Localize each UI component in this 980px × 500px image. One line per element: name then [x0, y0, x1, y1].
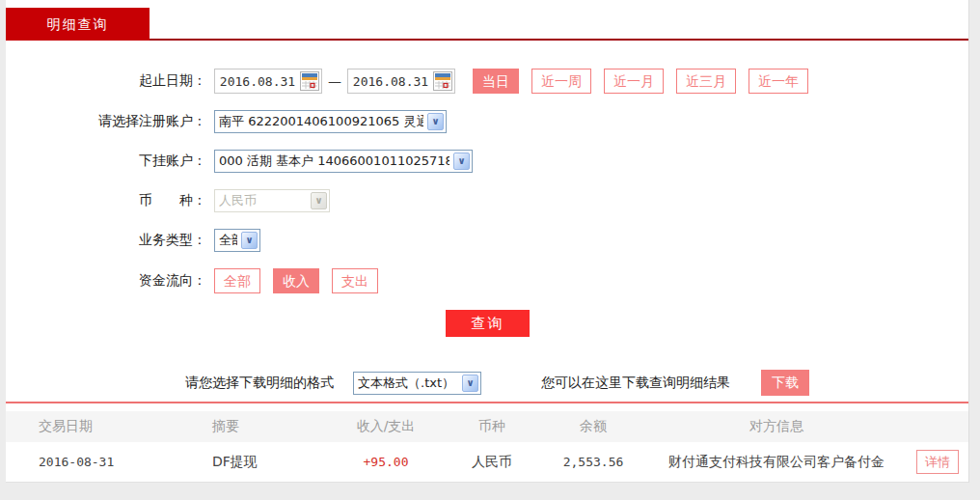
sub-account-row: 下挂账户： 000 活期 基本户 1406600101102571848 ∨: [6, 150, 968, 173]
content-panel: 明细查询 起止日期： 2016.08.31 —: [6, 0, 969, 483]
sub-account-label: 下挂账户：: [6, 153, 206, 170]
range-quarter-button[interactable]: 近三月: [676, 69, 736, 94]
tab-detail-query[interactable]: 明细查询: [6, 8, 150, 41]
query-button-row: 查询: [6, 310, 968, 337]
currency-select: 人民币 ∨: [214, 189, 330, 212]
download-format-label: 请您选择下载明细的格式: [185, 375, 334, 392]
currency-row: 币 种： 人民币 ∨: [6, 189, 968, 212]
sub-account-select[interactable]: 000 活期 基本户 1406600101102571848 ∨: [214, 150, 473, 173]
date-range-label: 起止日期：: [6, 72, 206, 90]
query-form: 起止日期： 2016.08.31 — 2016.08.31: [6, 41, 968, 396]
start-date-value[interactable]: 2016.08.31: [215, 74, 300, 89]
download-format-value: 文本格式（.txt）: [358, 375, 458, 392]
header-balance: 余额: [540, 418, 646, 435]
register-account-select[interactable]: 南平 6222001406100921065 灵通卡 ∨: [214, 110, 447, 133]
table-top-divider: [6, 402, 968, 403]
sub-account-value: 000 活期 基本户 1406600101102571848: [219, 153, 449, 170]
fund-flow-expense-button[interactable]: 支出: [332, 268, 378, 293]
dropdown-arrow-icon: ∨: [462, 375, 478, 392]
query-button[interactable]: 查询: [446, 310, 530, 337]
header-summary: 摘要: [185, 418, 328, 435]
start-date-input[interactable]: 2016.08.31: [214, 69, 322, 94]
business-type-value: 全部: [219, 232, 237, 249]
cell-action: 详情: [907, 454, 968, 471]
fund-flow-income-button[interactable]: 收入: [273, 268, 319, 293]
header-currency: 币种: [444, 418, 540, 435]
dropdown-arrow-icon: ∨: [311, 192, 327, 209]
end-date-value[interactable]: 2016.08.31: [348, 74, 433, 89]
dropdown-arrow-icon: ∨: [453, 153, 470, 170]
date-range-row: 起止日期： 2016.08.31 — 2016.08.31: [6, 69, 968, 94]
detail-button[interactable]: 详情: [916, 450, 959, 474]
table-row: 2016-08-31 DF提现 +95.00 人民币 2,553.56 财付通支…: [6, 442, 968, 483]
date-separator: —: [328, 73, 341, 89]
currency-value: 人民币: [219, 192, 307, 209]
header-counterparty: 对方信息: [646, 418, 907, 435]
range-year-button[interactable]: 近一年: [749, 69, 808, 94]
download-button[interactable]: 下载: [761, 370, 809, 396]
tab-bar: 明细查询: [6, 0, 968, 41]
header-date: 交易日期: [6, 418, 185, 435]
cell-summary: DF提现: [185, 454, 328, 471]
cell-amount: +95.00: [328, 455, 444, 469]
table-header: 交易日期 摘要 收入/支出 币种 余额 对方信息: [6, 411, 968, 442]
end-date-input[interactable]: 2016.08.31: [347, 69, 455, 94]
fund-flow-row: 资金流向： 全部 收入 支出: [6, 268, 968, 293]
dropdown-arrow-icon: ∨: [241, 232, 258, 249]
download-format-select[interactable]: 文本格式（.txt） ∨: [353, 372, 481, 395]
header-amount: 收入/支出: [328, 418, 444, 435]
calendar-icon[interactable]: [433, 71, 452, 91]
register-account-label: 请选择注册账户：: [6, 113, 206, 130]
cell-currency: 人民币: [444, 454, 540, 471]
download-hint: 您可以在这里下载查询明细结果: [541, 375, 730, 392]
dropdown-arrow-icon: ∨: [427, 113, 444, 130]
download-row: 请您选择下载明细的格式 文本格式（.txt） ∨ 您可以在这里下载查询明细结果 …: [6, 370, 968, 396]
range-month-button[interactable]: 近一月: [604, 69, 664, 94]
business-type-row: 业务类型： 全部 ∨: [6, 229, 968, 252]
cell-date: 2016-08-31: [6, 455, 185, 469]
cell-counterparty: 财付通支付科技有限公司客户备付金: [646, 454, 907, 471]
fund-flow-label: 资金流向：: [6, 272, 206, 290]
register-account-value: 南平 6222001406100921065 灵通卡: [219, 113, 423, 130]
range-today-button[interactable]: 当日: [473, 69, 519, 94]
currency-label: 币 种：: [6, 192, 206, 209]
cell-balance: 2,553.56: [540, 455, 646, 469]
fund-flow-all-button[interactable]: 全部: [214, 268, 260, 293]
business-type-select[interactable]: 全部 ∨: [214, 229, 260, 252]
business-type-label: 业务类型：: [6, 232, 206, 249]
register-account-row: 请选择注册账户： 南平 6222001406100921065 灵通卡 ∨: [6, 110, 968, 133]
calendar-icon[interactable]: [300, 71, 319, 91]
range-week-button[interactable]: 近一周: [531, 69, 591, 94]
